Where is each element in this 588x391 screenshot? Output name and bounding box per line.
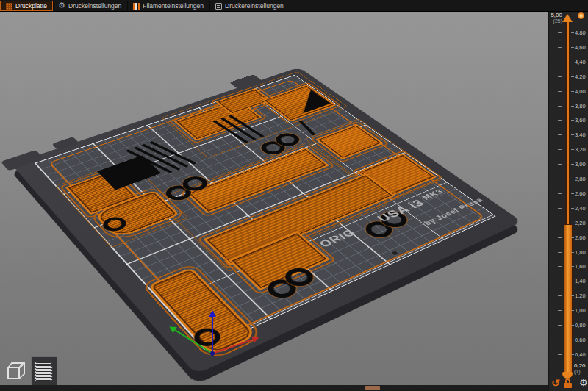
view-mode-toolbar bbox=[3, 356, 57, 386]
lower-handle-value: 0,20 bbox=[574, 362, 586, 369]
layer-tick-label: 1,60 bbox=[575, 263, 586, 270]
plate-icon bbox=[6, 3, 12, 10]
tick-dash bbox=[558, 62, 562, 62]
layer-tick-label: 3,60 bbox=[575, 117, 586, 123]
lock-icon[interactable] bbox=[564, 379, 572, 388]
tick-dash bbox=[558, 266, 562, 267]
tick-dash bbox=[558, 295, 562, 296]
layer-slider-upper-handle[interactable] bbox=[562, 14, 573, 22]
layer-tick-label: 0,60 bbox=[575, 337, 586, 343]
print-bed: ORIG USA i3 MK3 by Josef Prusa bbox=[11, 68, 522, 375]
layer-tick-label: 1,40 bbox=[575, 278, 586, 284]
layer-tick-label: 3,40 bbox=[575, 132, 586, 138]
layer-tick: 2,20 bbox=[549, 219, 588, 226]
tick-dash bbox=[558, 179, 562, 179]
layer-tick: 0,60 bbox=[549, 336, 588, 343]
tab-label: Druckeinstellungen bbox=[68, 2, 121, 10]
layer-tick: 1,40 bbox=[549, 277, 588, 284]
layer-tick: 4,20 bbox=[549, 73, 588, 80]
slider-icon-row: ↺ ⚙ bbox=[549, 378, 588, 391]
tick-dash bbox=[571, 76, 574, 77]
layers-icon bbox=[35, 373, 53, 376]
layer-tick-label: 3,20 bbox=[575, 146, 586, 153]
layer-tick: 2,60 bbox=[549, 190, 588, 197]
layers-icon bbox=[35, 379, 53, 381]
tick-dash bbox=[571, 134, 574, 135]
axes-origin bbox=[210, 351, 215, 356]
tab-druckplatte[interactable]: Druckplatte bbox=[0, 1, 53, 11]
layer-preview-view-button[interactable] bbox=[31, 356, 57, 386]
slicer-window: Druckplatte Druckeinstellungen Filamente… bbox=[0, 0, 588, 391]
lower-handle-layer: (1) bbox=[574, 369, 586, 374]
tick-dash bbox=[571, 47, 574, 48]
layer-tick-label: 0,40 bbox=[575, 351, 586, 358]
gear-icon bbox=[59, 3, 65, 10]
tab-label: Druckereinstellungen bbox=[225, 2, 284, 10]
horizontal-slider-bar[interactable] bbox=[0, 385, 548, 391]
layer-slider-panel: 5,00 (25) 4,804,604,404,204,003,803,603,… bbox=[548, 12, 588, 391]
layer-tick: 4,00 bbox=[549, 87, 588, 95]
gear-icon[interactable]: ⚙ bbox=[579, 377, 588, 388]
tick-dash bbox=[571, 179, 574, 179]
tick-dash bbox=[571, 281, 574, 281]
layer-tick: 4,40 bbox=[549, 58, 588, 65]
tab-filamenteinstellungen[interactable]: Filamenteinstellungen bbox=[127, 1, 209, 11]
layer-tick-label: 2,20 bbox=[575, 220, 586, 226]
layer-tick: 3,80 bbox=[549, 102, 588, 110]
tick-dash bbox=[558, 208, 562, 209]
layers-icon bbox=[35, 376, 53, 379]
tick-dash bbox=[558, 134, 562, 135]
filament-icon bbox=[133, 3, 140, 10]
layer-tick: 2,40 bbox=[549, 204, 588, 212]
upper-handle-value: 5,00 bbox=[543, 12, 562, 18]
tick-dash bbox=[571, 149, 574, 150]
viewport-3d[interactable]: ORIG USA i3 MK3 by Josef Prusa bbox=[0, 12, 548, 391]
tick-dash bbox=[571, 164, 574, 165]
tab-label: Filamenteinstellungen bbox=[143, 2, 204, 10]
layers-icon bbox=[35, 370, 53, 373]
layer-tick-label: 4,00 bbox=[575, 88, 586, 95]
layer-tick: 0,40 bbox=[549, 351, 588, 358]
tick-dash bbox=[558, 149, 562, 150]
tab-druckeinstellungen[interactable]: Druckeinstellungen bbox=[53, 1, 127, 11]
layer-tick: 1,60 bbox=[549, 262, 588, 270]
layers-icon bbox=[35, 365, 53, 367]
layer-tick: 3,20 bbox=[549, 146, 588, 153]
layer-tick: 3,60 bbox=[549, 116, 588, 123]
tick-dash bbox=[571, 310, 574, 311]
tick-dash bbox=[558, 354, 562, 355]
undo-icon[interactable]: ↺ bbox=[551, 377, 560, 389]
tick-dash bbox=[558, 76, 562, 77]
tick-dash bbox=[571, 91, 574, 92]
layer-tick-label: 4,80 bbox=[575, 29, 586, 36]
layer-tick: 4,80 bbox=[549, 29, 588, 36]
tick-dash bbox=[571, 340, 574, 340]
horizontal-slider-handle[interactable] bbox=[365, 386, 380, 390]
layer-tick: 1,00 bbox=[549, 306, 588, 314]
tick-dash bbox=[558, 32, 562, 33]
tick-dash bbox=[571, 325, 574, 326]
tick-dash bbox=[558, 252, 562, 253]
tick-dash bbox=[558, 310, 562, 311]
layer-tick-label: 4,20 bbox=[575, 73, 586, 80]
tick-dash bbox=[558, 325, 562, 326]
tick-dash bbox=[571, 62, 574, 62]
layer-tick: 3,40 bbox=[549, 131, 588, 138]
tab-druckereinstellungen[interactable]: Druckereinstellungen bbox=[209, 1, 290, 11]
top-marker-dot[interactable] bbox=[578, 12, 584, 19]
printer-icon bbox=[215, 3, 222, 10]
layer-tick: 2,80 bbox=[549, 175, 588, 182]
settings-tab-bar: Druckplatte Druckeinstellungen Filamente… bbox=[0, 0, 588, 12]
tick-dash bbox=[558, 106, 562, 107]
tick-dash bbox=[558, 223, 562, 223]
tick-dash bbox=[558, 91, 562, 92]
layer-tick-label: 1,80 bbox=[575, 249, 586, 256]
tick-dash bbox=[571, 295, 574, 296]
layer-tick-label: 3,00 bbox=[575, 161, 586, 168]
tick-dash bbox=[558, 193, 562, 194]
3d-editor-view-button[interactable] bbox=[3, 356, 29, 386]
layer-tick-label: 2,60 bbox=[575, 190, 586, 197]
tick-dash bbox=[558, 237, 562, 238]
layer-tick-label: 3,80 bbox=[575, 103, 586, 110]
tick-dash bbox=[571, 237, 574, 238]
